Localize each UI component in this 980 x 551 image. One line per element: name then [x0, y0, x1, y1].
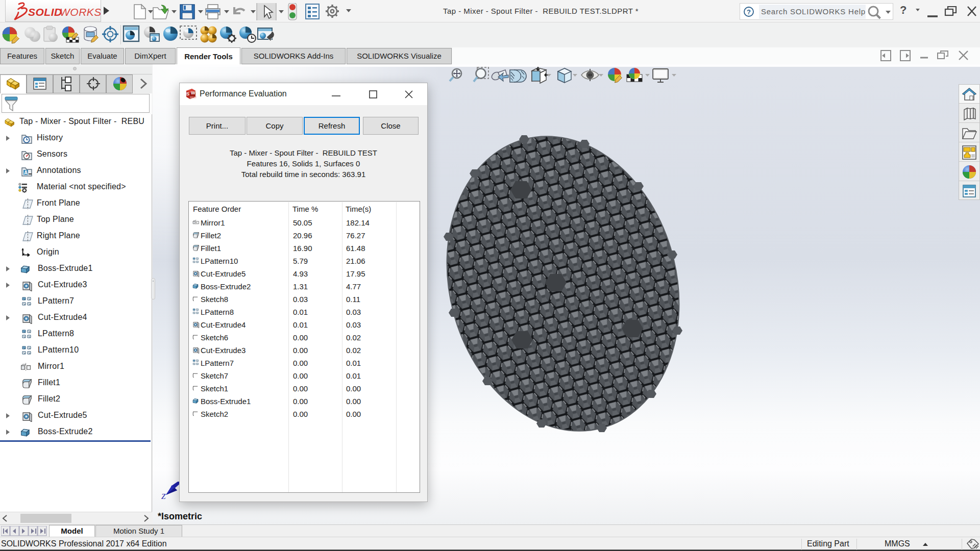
svg-text:2017: 2017 [190, 96, 197, 99]
svg-text:?: ? [747, 8, 751, 16]
svg-text:SOLID: SOLID [28, 6, 62, 18]
svg-text:S: S [186, 91, 189, 96]
svg-text:WORKS: WORKS [60, 6, 101, 18]
svg-text:Z: Z [161, 492, 166, 500]
svg-text:W: W [191, 90, 195, 95]
